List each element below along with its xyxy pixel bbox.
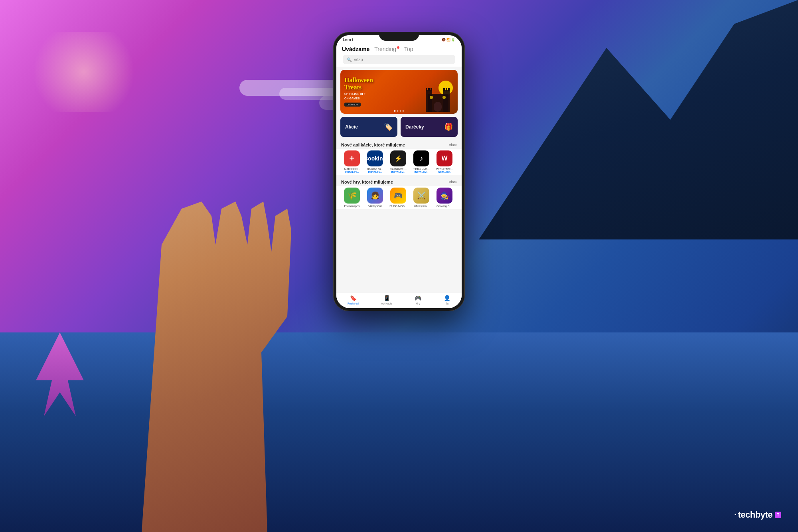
tab-uvadzame[interactable]: Uvádzame	[342, 46, 369, 52]
watermark: · techbyte T	[734, 510, 782, 520]
dot-4	[403, 110, 404, 112]
games-row: 🌾 Farmscapes 👧 Vitality Girl 🎮 PUBG MOB.…	[336, 186, 462, 209]
app-autodoc-action[interactable]: INSTALOV...	[345, 171, 359, 173]
halloween-banner[interactable]: Halloween Treats UP TO 45% OFF ON GAMES!…	[340, 70, 458, 114]
svg-rect-12	[442, 96, 446, 99]
banner-subtitle: UP TO 45% OFF	[344, 93, 373, 95]
apps-section-header: Nové aplikácie, ktoré milujeme Viac ›	[336, 140, 462, 149]
app-tiktok-action[interactable]: INSTALOV...	[415, 171, 428, 173]
featured-label: Featured	[348, 302, 359, 305]
svg-rect-5	[428, 88, 430, 91]
banner-title-line2: Treats	[344, 84, 373, 91]
app-content[interactable]: Uvádzame Trending Top 🔍 všzp Halloween	[336, 43, 462, 306]
search-bar[interactable]: 🔍 všzp	[343, 55, 455, 64]
promo-row: Akcie 🏷️ Darčeky 🎁	[340, 117, 458, 137]
bottom-nav-featured[interactable]: 🔖 Featured	[348, 295, 359, 305]
svg-rect-4	[426, 88, 427, 91]
featured-icon: 🔖	[350, 295, 357, 301]
watermark-brand: techbyte	[738, 510, 772, 520]
app-flashscore[interactable]: ⚡ Flashscore ... INŠTALOV...	[387, 150, 410, 173]
app-booking-icon: Booking	[367, 150, 383, 166]
game-cooking-name: Cooking Di...	[433, 205, 456, 208]
svg-rect-8	[446, 88, 447, 91]
app-wps-name: WPS Office...	[433, 168, 456, 170]
game-pubg[interactable]: 🎮 PUBG MOB...	[387, 188, 410, 208]
promo-akcie-icon: 🏷️	[384, 123, 393, 131]
tab-top[interactable]: Top	[404, 46, 413, 52]
banner-content: Halloween Treats UP TO 45% OFF ON GAMES!…	[340, 73, 377, 111]
phone-wrapper: Lem t 15:50 🔕 📶 🔋 Uvádzame Trending Top	[333, 32, 465, 311]
promo-darcekly[interactable]: Darčeky 🎁	[401, 117, 458, 137]
banner-cta[interactable]: CLAIM NOW	[344, 103, 361, 107]
bottom-navigation: 🔖 Featured 📱 Aplikácie 🎮 Hry 👤 Ja	[336, 292, 462, 308]
bottom-nav-hry[interactable]: 🎮 Hry	[415, 295, 421, 305]
bottom-nav-ja[interactable]: 👤 Ja	[444, 295, 450, 305]
app-flashscore-action[interactable]: INŠTALOV...	[391, 171, 405, 173]
app-flashscore-icon: ⚡	[390, 150, 406, 166]
bg-water	[0, 332, 798, 532]
app-booking-action[interactable]: INSTALOV...	[368, 171, 382, 173]
svg-rect-2	[426, 90, 432, 112]
aplikacie-icon: 📱	[383, 295, 390, 301]
promo-darcekly-icon: 🎁	[444, 123, 453, 131]
apps-section-more[interactable]: Viac ›	[449, 143, 457, 147]
bg-glow	[24, 32, 144, 112]
games-section-title: Nové hry, ktoré milujeme	[341, 180, 393, 184]
dot-1	[394, 110, 396, 112]
svg-rect-9	[448, 88, 450, 91]
app-booking[interactable]: Booking Booking.co... INSTALOV...	[363, 150, 387, 173]
game-pubg-name: PUBG MOB...	[387, 205, 410, 208]
search-icon: 🔍	[347, 57, 352, 62]
watermark-text: ·	[734, 510, 737, 520]
ja-label: Ja	[446, 302, 448, 305]
promo-darcekly-label: Darčeky	[405, 124, 424, 130]
promo-akcie[interactable]: Akcie 🏷️	[340, 117, 397, 137]
svg-rect-10	[434, 102, 442, 112]
hry-label: Hry	[416, 302, 420, 305]
phone-screen: Lem t 15:50 🔕 📶 🔋 Uvádzame Trending Top	[336, 35, 462, 308]
search-placeholder: všzp	[354, 57, 363, 62]
dot-2	[397, 110, 399, 112]
game-vitality-icon: 👧	[367, 188, 383, 204]
app-autodoc[interactable]: + AUTODOC... INSTALOV...	[340, 150, 363, 173]
app-tiktok[interactable]: ♪ TikTok - Ma... INSTALOV...	[410, 150, 433, 173]
game-farmscapes-name: Farmscapes	[340, 205, 363, 208]
tab-trending[interactable]: Trending	[374, 46, 399, 52]
top-navigation: Uvádzame Trending Top 🔍 všzp	[336, 43, 462, 67]
phone-notch	[379, 32, 419, 41]
phone-frame: Lem t 15:50 🔕 📶 🔋 Uvádzame Trending Top	[333, 32, 465, 311]
status-icons: 🔕 📶 🔋	[442, 38, 455, 42]
app-flashscore-name: Flashscore ...	[387, 168, 410, 170]
app-autodoc-icon: +	[344, 150, 360, 166]
app-wps[interactable]: W WPS Office... INSTALOV...	[433, 150, 456, 173]
game-pubg-icon: 🎮	[390, 188, 406, 204]
game-farmscapes-icon: 🌾	[344, 188, 360, 204]
banner-title-line1: Halloween	[344, 77, 373, 84]
promo-akcie-label: Akcie	[345, 124, 358, 130]
svg-rect-3	[443, 90, 450, 112]
trending-dot	[397, 46, 399, 49]
game-cooking-icon: 🧙	[437, 188, 452, 204]
svg-rect-11	[430, 96, 433, 99]
banner-sub2: ON GAMES!	[344, 97, 373, 100]
game-infinity[interactable]: ⚔️ Infinity Kin...	[410, 188, 433, 208]
dot-3	[400, 110, 401, 112]
ja-icon: 👤	[444, 295, 450, 301]
bottom-nav-aplikacie[interactable]: 📱 Aplikácie	[381, 295, 392, 305]
game-farmscapes[interactable]: 🌾 Farmscapes	[340, 188, 363, 208]
app-wps-action[interactable]: INSTALOV...	[438, 171, 451, 173]
game-infinity-name: Infinity Kin...	[410, 205, 433, 208]
svg-rect-7	[443, 88, 445, 91]
game-vitality-name: Vitality Girl	[363, 205, 387, 208]
app-wps-icon: W	[437, 150, 452, 166]
game-cooking[interactable]: 🧙 Cooking Di...	[433, 188, 456, 208]
app-tiktok-name: TikTok - Ma...	[410, 168, 433, 170]
games-section-more[interactable]: Viac ›	[449, 180, 457, 184]
game-infinity-icon: ⚔️	[413, 188, 429, 204]
watermark-icon: T	[774, 511, 782, 519]
nav-tabs: Uvádzame Trending Top	[342, 46, 456, 52]
banner-castle	[422, 78, 454, 114]
game-vitality[interactable]: 👧 Vitality Girl	[363, 188, 387, 208]
banner-dots	[394, 110, 404, 112]
svg-rect-6	[431, 88, 432, 91]
